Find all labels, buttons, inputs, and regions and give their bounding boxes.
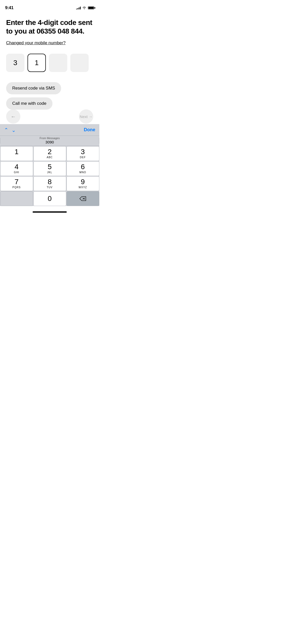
next-arrow-icon: → — [89, 114, 92, 119]
status-bar: 9:41 — [0, 0, 99, 12]
key-5[interactable]: 5 JKL — [33, 161, 66, 176]
key-delete[interactable] — [66, 191, 99, 206]
key-9[interactable]: 9 WXYZ — [66, 176, 99, 191]
back-arrow-icon: ← — [11, 114, 16, 120]
code-digit-1[interactable]: 3 — [6, 54, 24, 72]
suggestion-value: 3090 — [45, 140, 54, 145]
next-label: Next → — [80, 114, 92, 119]
suggestion-source-label: From Messages — [40, 137, 60, 140]
page-title: Enter the 4-digit code sent to you at 06… — [6, 18, 93, 35]
key-3[interactable]: 3 DEF — [66, 146, 99, 161]
keyboard-toolbar: ⌃ ⌃ Done — [0, 124, 99, 136]
call-me-button[interactable]: Call me with code — [6, 97, 52, 110]
key-4[interactable]: 4 GHI — [0, 161, 33, 176]
key-8[interactable]: 8 TUV — [33, 176, 66, 191]
main-content: Enter the 4-digit code sent to you at 06… — [0, 12, 99, 110]
key-2[interactable]: 2 ABC — [33, 146, 66, 161]
bottom-navigation: ← Next → — [0, 109, 99, 124]
change-number-link[interactable]: Changed your mobile number? — [6, 40, 65, 46]
toolbar-nav: ⌃ ⌃ — [4, 127, 16, 133]
key-6[interactable]: 6 MNO — [66, 161, 99, 176]
suggestion-divider-right — [99, 138, 99, 144]
key-0[interactable]: 0 — [33, 191, 66, 206]
key-7[interactable]: 7 PQRS — [0, 176, 33, 191]
toolbar-chevron-up[interactable]: ⌃ — [4, 127, 8, 133]
code-inputs: 3 1 — [6, 54, 93, 72]
code-digit-3[interactable] — [49, 54, 67, 72]
signal-icon — [76, 6, 81, 9]
status-time: 9:41 — [5, 5, 13, 10]
battery-icon — [88, 6, 94, 9]
toolbar-done-button[interactable]: Done — [84, 127, 95, 133]
code-digit-4[interactable] — [70, 54, 89, 72]
wifi-icon — [82, 6, 86, 9]
delete-icon — [79, 196, 86, 201]
back-button[interactable]: ← — [6, 109, 20, 124]
next-button[interactable]: Next → — [79, 109, 93, 124]
key-1[interactable]: 1 — [0, 146, 33, 161]
status-icons — [76, 6, 94, 9]
numeric-keyboard: 1 2 ABC 3 DEF 4 GHI 5 JKL 6 MNO 7 PQRS — [0, 146, 99, 206]
resend-sms-button[interactable]: Resend code via SMS — [6, 82, 61, 94]
toolbar-chevron-down[interactable]: ⌃ — [11, 127, 16, 133]
key-empty — [0, 191, 33, 206]
code-digit-2[interactable]: 1 — [28, 54, 46, 72]
suggestion-divider-left — [0, 138, 0, 144]
keyboard-suggestion-bar[interactable]: From Messages 3090 — [0, 136, 99, 146]
keyboard-grid: 1 2 ABC 3 DEF 4 GHI 5 JKL 6 MNO 7 PQRS — [0, 146, 99, 206]
action-buttons: Resend code via SMS Call me with code — [6, 82, 93, 110]
home-indicator — [33, 211, 67, 213]
